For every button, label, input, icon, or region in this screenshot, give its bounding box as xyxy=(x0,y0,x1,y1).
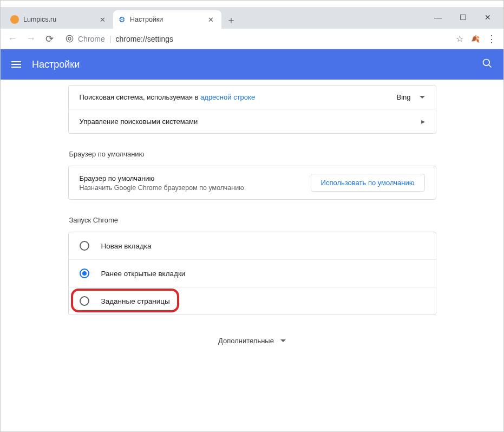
menu-icon[interactable] xyxy=(11,61,21,68)
startup-option-label: Ранее открытые вкладки xyxy=(101,270,186,278)
on-startup-card: Новая вкладка Ранее открытые вкладки Зад… xyxy=(68,232,436,315)
chevron-down-icon xyxy=(280,339,286,342)
radio-icon[interactable] xyxy=(80,241,89,251)
tab-title: Lumpics.ru xyxy=(23,16,93,23)
reload-button[interactable]: ⟳ xyxy=(42,31,57,47)
tab-title: Настройки xyxy=(130,16,201,23)
search-engine-select-row[interactable]: Поисковая система, используемая в адресн… xyxy=(69,86,436,109)
omnibox-path: chrome://settings xyxy=(115,35,173,43)
close-window-button[interactable]: ✕ xyxy=(475,9,500,25)
startup-option-label: Заданные страницы xyxy=(101,297,170,305)
chevron-down-icon xyxy=(420,96,425,99)
svg-line-3 xyxy=(489,64,492,67)
radio-icon[interactable] xyxy=(80,296,89,306)
close-icon[interactable]: ✕ xyxy=(206,16,216,24)
omnibox-divider: | xyxy=(109,35,112,43)
extension-icon[interactable]: 🍂 xyxy=(470,34,481,44)
manage-search-engines-label: Управление поисковыми системами xyxy=(80,117,421,126)
browser-toolbar: ← → ⟳ Chrome | chrome://settings ☆ 🍂 ⋮ xyxy=(1,29,503,49)
forward-button[interactable]: → xyxy=(23,31,38,47)
minimize-button[interactable]: — xyxy=(426,9,450,25)
startup-option-specific-pages[interactable]: Заданные страницы xyxy=(69,287,436,315)
browser-menu-button[interactable]: ⋮ xyxy=(484,33,499,45)
window-controls: — ☐ ✕ xyxy=(426,9,503,29)
manage-search-engines-row[interactable]: Управление поисковыми системами ▸ xyxy=(69,109,436,133)
search-engine-label: Поисковая система, используемая в адресн… xyxy=(80,93,397,101)
on-startup-section-title: Запуск Chrome xyxy=(69,216,436,224)
new-tab-button[interactable]: ＋ xyxy=(224,12,239,28)
gear-icon: ⚙ xyxy=(119,16,126,23)
startup-option-new-tab[interactable]: Новая вкладка xyxy=(69,232,436,259)
tab-strip: Lumpics.ru ✕ ⚙ Настройки ✕ ＋ — ☐ ✕ xyxy=(1,7,503,29)
search-engine-card: Поисковая система, используемая в адресн… xyxy=(68,85,436,134)
advanced-label: Дополнительные xyxy=(218,337,274,345)
site-favicon-icon xyxy=(10,15,19,24)
settings-content[interactable]: Поисковая система, используемая в адресн… xyxy=(1,80,503,431)
address-bar[interactable]: Chrome | chrome://settings xyxy=(60,31,449,47)
settings-header: Настройки xyxy=(1,49,503,80)
tab-settings[interactable]: ⚙ Настройки ✕ xyxy=(113,10,221,29)
default-browser-title: Браузер по умолчанию xyxy=(80,174,302,182)
chevron-right-icon: ▸ xyxy=(421,117,425,126)
default-browser-section-title: Браузер по умолчанию xyxy=(69,150,436,158)
settings-title: Настройки xyxy=(32,59,80,70)
radio-icon[interactable] xyxy=(80,269,89,278)
back-button[interactable]: ← xyxy=(5,31,20,47)
svg-point-1 xyxy=(68,37,71,40)
default-browser-card: Браузер по умолчанию Назначить Google Ch… xyxy=(68,166,436,200)
maximize-button[interactable]: ☐ xyxy=(450,9,475,25)
tab-lumpics[interactable]: Lumpics.ru ✕ xyxy=(5,10,113,29)
close-icon[interactable]: ✕ xyxy=(97,16,108,24)
address-bar-link[interactable]: адресной строке xyxy=(200,93,255,101)
startup-option-label: Новая вкладка xyxy=(101,242,152,250)
search-icon[interactable] xyxy=(482,58,493,71)
svg-point-0 xyxy=(66,35,73,42)
default-browser-subtitle: Назначить Google Chrome браузером по умо… xyxy=(80,184,302,192)
svg-point-2 xyxy=(483,59,490,66)
chrome-logo-icon xyxy=(66,35,74,43)
window-titlebar xyxy=(1,1,503,7)
bookmark-star-icon[interactable]: ☆ xyxy=(453,34,467,44)
startup-option-continue[interactable]: Ранее открытые вкладки xyxy=(69,259,436,287)
search-engine-value: Bing xyxy=(396,93,410,101)
advanced-toggle[interactable]: Дополнительные xyxy=(68,337,436,345)
chrome-icon xyxy=(66,35,74,43)
omnibox-host: Chrome xyxy=(78,35,105,43)
set-default-button[interactable]: Использовать по умолчанию xyxy=(311,174,425,192)
